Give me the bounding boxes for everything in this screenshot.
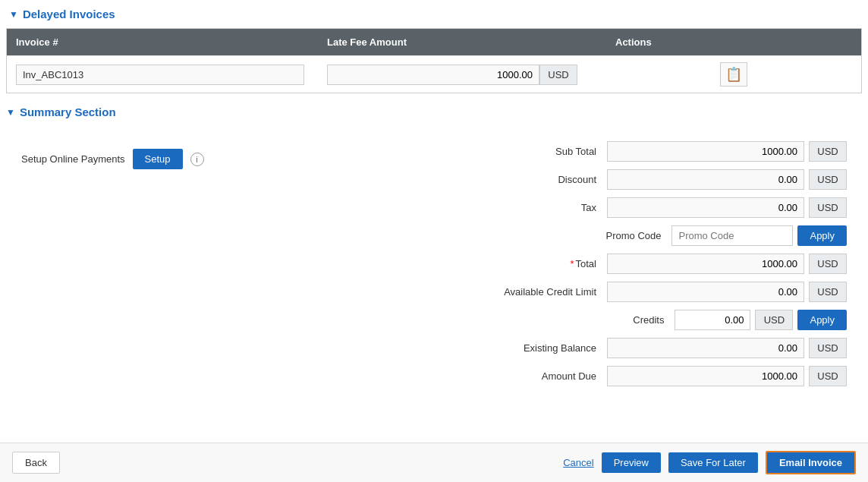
footer: Back Cancel Preview Save For Later Email… [0, 443, 868, 482]
discount-row: Discount USD [325, 169, 847, 190]
footer-left: Back [12, 452, 60, 474]
tax-row: Tax USD [325, 197, 847, 218]
discount-label: Discount [481, 174, 602, 185]
amount-due-input [607, 366, 804, 386]
total-currency: USD [809, 254, 847, 274]
amount-due-row: Amount Due USD [325, 366, 847, 386]
tax-currency: USD [809, 197, 847, 218]
credits-input[interactable] [675, 310, 750, 330]
sub-total-currency: USD [809, 141, 847, 162]
existing-balance-currency: USD [809, 338, 847, 358]
credits-label: Credits [549, 314, 670, 326]
table-header-row: Invoice # Late Fee Amount Actions [7, 29, 861, 55]
summary-chevron-icon: ▼ [6, 107, 15, 118]
existing-balance-label: Existing Balance [481, 342, 602, 354]
back-button[interactable]: Back [12, 452, 60, 474]
total-row: *Total USD [325, 254, 847, 274]
sub-total-row: Sub Total USD [325, 141, 847, 162]
total-label: *Total [481, 258, 602, 269]
right-panel: Sub Total USD Discount USD Tax USD [310, 134, 862, 402]
footer-right: Cancel Preview Save For Later Email Invo… [563, 451, 856, 474]
late-fee-currency: USD [539, 65, 577, 85]
delayed-invoices-title: Delayed Invoices [23, 8, 115, 20]
total-input [607, 254, 804, 274]
discount-currency: USD [809, 169, 847, 190]
amount-due-currency: USD [809, 366, 847, 386]
page-wrapper: ▼ Delayed Invoices Invoice # Late Fee Am… [0, 0, 868, 482]
email-invoice-button[interactable]: Email Invoice [766, 451, 856, 474]
credits-apply-button[interactable]: Apply [797, 310, 847, 330]
action-cell: 📋 [615, 62, 852, 87]
available-credit-limit-label: Available Credit Limit [481, 286, 602, 298]
existing-balance-input [607, 338, 804, 358]
summary-section: ▼ Summary Section Setup Online Payments … [0, 93, 868, 402]
actions-col-header: Actions [615, 36, 852, 48]
summary-body: Setup Online Payments Setup i Sub Total … [6, 134, 862, 402]
info-icon[interactable]: i [190, 153, 204, 166]
promo-apply-button[interactable]: Apply [797, 225, 847, 246]
delayed-invoices-header[interactable]: ▼ Delayed Invoices [0, 0, 868, 28]
preview-button[interactable]: Preview [602, 452, 661, 473]
available-credit-limit-row: Available Credit Limit USD [325, 282, 847, 302]
invoice-id-input[interactable] [16, 65, 304, 85]
late-fee-input[interactable] [327, 65, 539, 85]
existing-balance-row: Existing Balance USD [325, 338, 847, 358]
available-credit-limit-currency: USD [809, 282, 847, 302]
setup-button[interactable]: Setup [133, 149, 183, 169]
credits-row: Credits USD Apply [325, 310, 847, 330]
promo-code-label: Promo Code [546, 230, 667, 241]
tax-label: Tax [481, 202, 602, 213]
sub-total-label: Sub Total [481, 146, 602, 157]
invoice-col-header: Invoice # [16, 36, 327, 48]
save-for-later-button[interactable]: Save For Later [668, 452, 758, 473]
tax-input [607, 197, 804, 218]
required-star: * [570, 258, 574, 269]
promo-code-row: Promo Code Apply [325, 225, 847, 246]
sub-total-input [607, 141, 804, 162]
online-payments-row: Setup Online Payments Setup i [21, 149, 294, 169]
left-panel: Setup Online Payments Setup i [6, 134, 310, 402]
invoice-id-cell [16, 65, 327, 85]
chevron-down-icon: ▼ [9, 9, 18, 20]
available-credit-limit-input [607, 282, 804, 302]
amount-due-label: Amount Due [481, 370, 602, 382]
setup-online-payments-label: Setup Online Payments [21, 153, 125, 165]
action-notes-icon[interactable]: 📋 [720, 62, 747, 87]
credits-currency: USD [755, 310, 793, 330]
summary-section-header[interactable]: ▼ Summary Section [6, 106, 862, 118]
promo-code-input[interactable] [671, 225, 793, 246]
discount-input [607, 169, 804, 190]
cancel-button[interactable]: Cancel [563, 457, 593, 468]
table-row: USD 📋 [7, 55, 861, 93]
late-fee-col-header: Late Fee Amount [327, 36, 615, 48]
late-fee-cell: USD [327, 65, 615, 85]
summary-section-title: Summary Section [20, 106, 116, 118]
delayed-invoices-table: Invoice # Late Fee Amount Actions USD 📋 [6, 28, 862, 93]
